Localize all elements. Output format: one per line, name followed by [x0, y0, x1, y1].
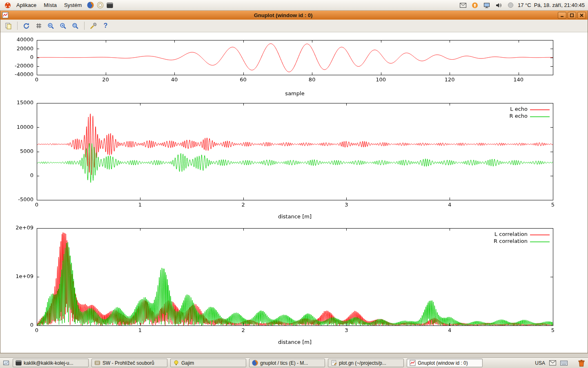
temperature-label[interactable]: 17 °C — [518, 2, 531, 8]
mail-notifier-icon[interactable] — [548, 359, 557, 367]
grid-button[interactable] — [33, 21, 44, 31]
panel-tray-area: 17 °C Pá, 18. září, 21:40:45 — [459, 1, 585, 10]
gnuplot-icon — [409, 360, 416, 366]
task-button-5[interactable]: plot.gn (~/projects/p... — [328, 359, 404, 367]
close-icon — [579, 13, 584, 18]
mail-tray-icon[interactable] — [459, 1, 468, 10]
volume-glyph — [495, 2, 502, 9]
distro-logo-icon[interactable] — [3, 1, 12, 10]
updates-glyph — [472, 2, 478, 9]
help-button[interactable]: ? — [100, 21, 111, 31]
show-desktop-glyph — [3, 360, 9, 366]
copy-to-clipboard-button[interactable] — [3, 21, 14, 31]
taskbar: kaklik@kaklik-kolej-u...SW - Prohlížeč s… — [0, 357, 588, 368]
zoom-next-button[interactable] — [58, 21, 69, 31]
file-manager-icon — [94, 360, 100, 366]
toolbar-separator — [17, 22, 18, 30]
task-button-2[interactable]: SW - Prohlížeč souborů — [91, 359, 167, 367]
copy-icon — [5, 22, 12, 29]
plot-surface — [0, 32, 588, 353]
autoscale-button[interactable] — [70, 21, 81, 31]
help-launcher-icon[interactable] — [96, 1, 105, 10]
grid-icon — [36, 22, 42, 29]
task-button-4[interactable]: gnuplot / tics (E) - M... — [249, 359, 325, 367]
maximize-icon — [570, 13, 574, 18]
firefox-glyph — [87, 2, 94, 9]
chart-echo-waveforms[interactable] — [1, 99, 587, 221]
window-title: Gnuplot (window id : 0) — [10, 12, 556, 18]
wrench-icon — [90, 22, 97, 29]
help-glyph — [97, 2, 104, 9]
replot-button[interactable] — [21, 21, 32, 31]
keyboard-tray-icon[interactable] — [560, 359, 568, 367]
trash-glyph — [578, 359, 585, 367]
chart-sample-waveform[interactable] — [1, 36, 587, 97]
menu-applications[interactable]: Aplikace — [13, 1, 40, 9]
clock-label[interactable]: Pá, 18. září, 21:40:45 — [534, 2, 585, 8]
panel-menu-area: Aplikace Místa Systém — [3, 1, 114, 10]
terminal-icon — [15, 360, 22, 366]
minimize-button[interactable] — [558, 12, 566, 19]
mail-notifier-glyph — [549, 360, 556, 366]
trash-icon[interactable] — [577, 359, 586, 368]
text-editor-icon — [330, 360, 337, 366]
help-icon: ? — [104, 22, 108, 29]
toolbar: ? — [0, 20, 588, 32]
titlebar[interactable]: Gnuplot (window id : 0) — [0, 11, 588, 20]
zoom-previous-button[interactable] — [45, 21, 56, 31]
close-button[interactable] — [577, 12, 586, 19]
task-button-1[interactable]: kaklik@kaklik-kolej-u... — [13, 359, 89, 367]
zoom-previous-icon — [47, 22, 54, 29]
mail-glyph — [460, 3, 466, 8]
menu-system[interactable]: Systém — [61, 1, 85, 9]
top-panel: Aplikace Místa Systém 17 °C Pá, 18. září… — [0, 0, 588, 11]
weather-tray-icon[interactable] — [506, 1, 515, 10]
firefox-launcher-icon[interactable] — [86, 1, 95, 10]
menu-places[interactable]: Místa — [40, 1, 60, 9]
display-tray-icon[interactable] — [482, 1, 491, 10]
keyboard-layout-indicator[interactable]: USA — [535, 360, 545, 366]
task-button-label: Gajim — [181, 360, 194, 366]
task-button-label: gnuplot / tics (E) - M... — [260, 360, 308, 366]
toolbar-separator — [84, 22, 85, 30]
taskbar-tray: USA — [535, 359, 586, 368]
replot-icon — [23, 22, 30, 29]
volume-tray-icon[interactable] — [494, 1, 503, 10]
firefox-icon — [252, 360, 258, 366]
window-controls — [558, 12, 586, 19]
task-button-3[interactable]: Gajim — [170, 359, 246, 367]
terminal-launcher-icon[interactable] — [105, 1, 114, 10]
keyboard-glyph — [560, 361, 568, 366]
task-button-label: Gnuplot (window id : 0) — [418, 360, 468, 366]
settings-button[interactable] — [88, 21, 99, 31]
updates-tray-icon[interactable] — [470, 1, 479, 10]
task-button-label: SW - Prohlížeč souborů — [102, 360, 154, 366]
gnuplot-window: Gnuplot (window id : 0) — [0, 11, 588, 353]
task-button-list: kaklik@kaklik-kolej-u...SW - Prohlížeč s… — [13, 359, 483, 367]
minimize-icon — [560, 13, 564, 18]
gnuplot-window-icon — [2, 12, 9, 18]
autoscale-icon — [72, 22, 79, 29]
maximize-button[interactable] — [568, 12, 576, 19]
zoom-next-icon — [60, 22, 67, 29]
task-button-6[interactable]: Gnuplot (window id : 0) — [407, 359, 483, 367]
show-desktop-icon[interactable] — [2, 359, 10, 367]
task-button-label: kaklik@kaklik-kolej-u... — [24, 360, 74, 366]
terminal-glyph — [107, 2, 113, 9]
weather-glyph — [508, 2, 514, 8]
distro-logo-glyph — [4, 2, 11, 9]
task-button-label: plot.gn (~/projects/p... — [339, 360, 386, 366]
gajim-icon — [173, 360, 179, 366]
chart-correlation[interactable] — [1, 224, 587, 346]
display-glyph — [483, 2, 490, 9]
